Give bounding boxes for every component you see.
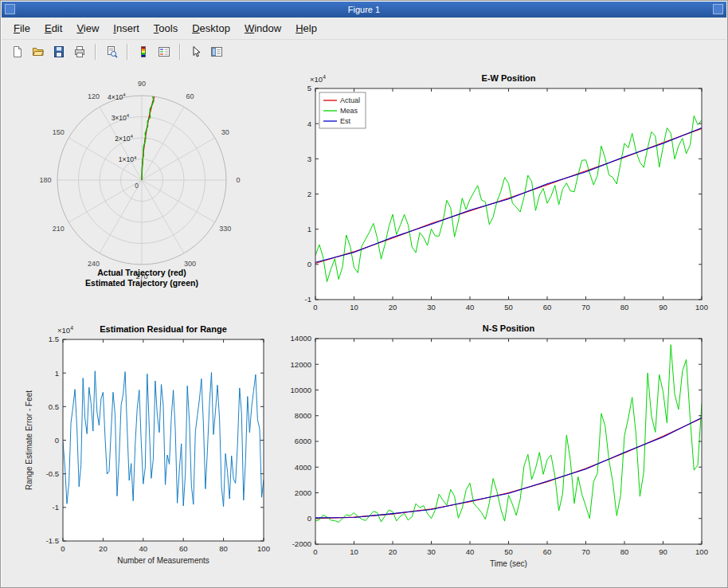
- svg-text:Estimated Trajectory (green): Estimated Trajectory (green): [85, 278, 198, 288]
- window-menu-button[interactable]: [5, 4, 15, 14]
- print-preview-button[interactable]: [101, 42, 122, 61]
- figure-window: Figure 1 File Edit View Insert Tools Des…: [0, 0, 728, 588]
- svg-text:0: 0: [307, 514, 311, 523]
- svg-text:90: 90: [659, 303, 667, 312]
- menu-view[interactable]: View: [69, 19, 106, 37]
- svg-text:5: 5: [307, 84, 311, 92]
- svg-text:50: 50: [504, 303, 513, 312]
- menu-edit[interactable]: Edit: [37, 19, 69, 37]
- svg-text:2: 2: [307, 190, 311, 198]
- figure-toolbar: [2, 39, 726, 64]
- svg-text:Actual: Actual: [340, 96, 360, 104]
- pointer-button[interactable]: [186, 42, 206, 61]
- svg-text:Time (sec): Time (sec): [490, 559, 527, 568]
- window-corner-button[interactable]: [713, 4, 723, 14]
- svg-text:N-S Position: N-S Position: [483, 323, 535, 333]
- menu-window-label: indow: [254, 22, 281, 34]
- svg-text:1: 1: [55, 369, 59, 378]
- open-file-button[interactable]: [28, 42, 49, 61]
- print-preview-icon: [105, 45, 118, 58]
- svg-text:0: 0: [313, 303, 317, 312]
- svg-text:40: 40: [139, 544, 148, 553]
- svg-text:50: 50: [504, 547, 513, 556]
- menu-view-label: iew: [84, 22, 100, 34]
- menu-desktop[interactable]: Desktop: [185, 19, 237, 37]
- menu-help-label: elp: [303, 22, 317, 34]
- svg-text:80: 80: [620, 547, 629, 556]
- svg-text:150: 150: [53, 128, 65, 136]
- menu-file[interactable]: File: [6, 19, 37, 37]
- new-file-button[interactable]: [7, 42, 28, 61]
- svg-text:8000: 8000: [295, 411, 311, 420]
- ew-position-chart: 0102030405060708090100-1012345×104E-W Po…: [280, 68, 728, 319]
- svg-text:0: 0: [61, 544, 65, 553]
- svg-text:10: 10: [350, 303, 358, 312]
- svg-text:0: 0: [55, 436, 59, 445]
- menu-tools[interactable]: Tools: [147, 19, 185, 37]
- svg-text:2×104: 2×104: [115, 133, 133, 142]
- svg-text:4×104: 4×104: [108, 92, 126, 100]
- menu-edit-mnemonic: E: [45, 22, 52, 34]
- toolbar-separator: [95, 44, 96, 60]
- svg-text:1.5: 1.5: [49, 335, 59, 343]
- svg-text:Range Estimate Error - Feet: Range Estimate Error - Feet: [25, 390, 33, 490]
- insert-colorbar-icon: [137, 45, 150, 58]
- svg-text:12000: 12000: [291, 360, 311, 369]
- svg-text:60: 60: [179, 544, 188, 553]
- svg-text:60: 60: [186, 92, 194, 100]
- menu-window[interactable]: Window: [237, 19, 288, 37]
- menu-view-mnemonic: V: [76, 22, 83, 34]
- svg-text:-2000: -2000: [292, 539, 311, 548]
- print-button[interactable]: [69, 42, 90, 61]
- window-title: Figure 1: [348, 5, 380, 14]
- svg-text:30: 30: [427, 303, 436, 312]
- svg-text:0.5: 0.5: [49, 402, 59, 411]
- svg-text:Est: Est: [340, 117, 351, 125]
- svg-text:-1.5: -1.5: [46, 536, 59, 545]
- svg-text:20: 20: [389, 303, 397, 312]
- svg-text:210: 210: [53, 225, 65, 233]
- figure-canvas: 030609012015018021024027030033001×1042×1…: [2, 63, 726, 586]
- svg-text:10: 10: [350, 547, 358, 556]
- svg-text:×104: ×104: [57, 325, 73, 335]
- trajectory-polar-plot: 030609012015018021024027030033001×1042×1…: [21, 75, 276, 305]
- svg-text:-1: -1: [305, 295, 311, 304]
- svg-text:0: 0: [313, 547, 317, 556]
- svg-text:0: 0: [135, 182, 139, 190]
- svg-text:3: 3: [307, 155, 311, 163]
- svg-text:Meas: Meas: [340, 107, 358, 115]
- plot-browser-icon: [210, 45, 223, 58]
- svg-text:0: 0: [307, 260, 311, 269]
- svg-text:1×104: 1×104: [119, 155, 137, 163]
- menu-help[interactable]: Help: [288, 19, 324, 37]
- svg-text:70: 70: [581, 303, 590, 312]
- insert-legend-button[interactable]: [154, 42, 174, 61]
- svg-text:1: 1: [307, 225, 311, 233]
- svg-text:20: 20: [389, 547, 397, 556]
- insert-colorbar-button[interactable]: [133, 42, 154, 61]
- menu-insert[interactable]: Insert: [106, 19, 147, 37]
- svg-text:100: 100: [695, 303, 708, 312]
- toolbar-separator: [179, 44, 181, 60]
- svg-text:40: 40: [466, 303, 475, 312]
- svg-text:40: 40: [466, 547, 475, 556]
- svg-text:E-W Position: E-W Position: [482, 73, 536, 83]
- svg-text:30: 30: [427, 547, 436, 556]
- svg-text:100: 100: [257, 544, 270, 553]
- svg-text:10000: 10000: [291, 386, 311, 394]
- range-residual-chart: 020406080100-1.5-1-0.500.511.5×104Estima…: [13, 318, 280, 584]
- svg-text:4: 4: [307, 120, 311, 128]
- svg-text:80: 80: [620, 303, 629, 312]
- ns-position-chart: 0102030405060708090100-20000200040006000…: [280, 316, 728, 576]
- svg-text:240: 240: [88, 260, 100, 268]
- menu-file-label: ile: [20, 22, 30, 34]
- svg-text:120: 120: [88, 92, 100, 100]
- save-button[interactable]: [49, 42, 69, 61]
- svg-text:Number of Measurements: Number of Measurements: [117, 556, 209, 565]
- plot-browser-button[interactable]: [206, 42, 227, 61]
- menu-insert-label: nsert: [116, 22, 139, 34]
- menu-help-mnemonic: H: [296, 22, 303, 34]
- svg-text:6000: 6000: [295, 437, 311, 445]
- menu-window-mnemonic: W: [245, 22, 254, 34]
- svg-text:2000: 2000: [295, 488, 311, 497]
